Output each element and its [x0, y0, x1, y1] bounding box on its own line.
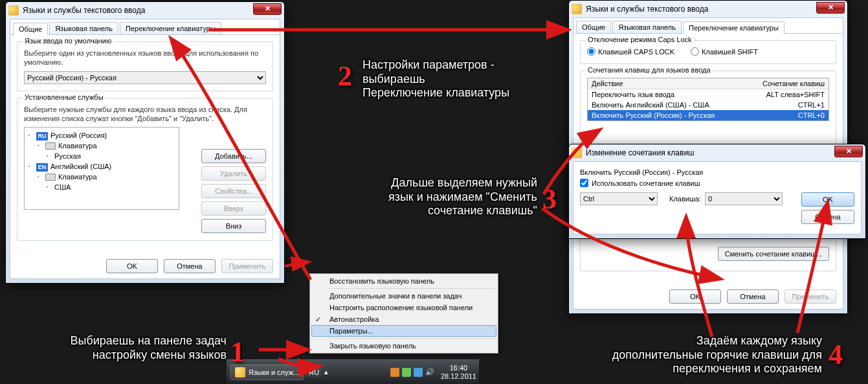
- tab-general[interactable]: Общие: [576, 21, 611, 33]
- ctx-auto[interactable]: ✓Автонастройка: [311, 313, 496, 325]
- tab-general[interactable]: Общие: [13, 23, 48, 35]
- tray-expand-icon[interactable]: ▴: [324, 368, 328, 376]
- ctx-restore[interactable]: Восстановить языковую панель: [311, 275, 496, 287]
- ok-button[interactable]: OK: [801, 192, 854, 207]
- remove-button[interactable]: Удалить: [201, 166, 266, 181]
- taskbar: Языки и служ... RU ▴ 🔊 16:40 28.12.2011: [227, 359, 479, 384]
- annotation-step1: Выбираешь на панеле задач настройку смен…: [13, 334, 227, 362]
- langbar-context-menu: Восстановить языковую панель Дополнитель…: [309, 273, 498, 354]
- step-number-2: 2: [338, 60, 352, 93]
- ok-button[interactable]: OK: [106, 259, 158, 273]
- change-titlebar[interactable]: Изменение сочетания клавиш ✕: [569, 144, 865, 161]
- services-group: Установленные службы Выберите нужные слу…: [17, 98, 273, 242]
- default-lang-legend: Язык ввода по умолчанию: [23, 37, 113, 45]
- close-icon[interactable]: ✕: [253, 3, 282, 15]
- services-help: Выберите нужные службы для каждого языка…: [24, 105, 266, 124]
- window-title: Изменение сочетания клавиш: [586, 148, 695, 157]
- check-icon: ✓: [315, 315, 321, 324]
- change-lang-label: Включить Русский (Россия) - Русская: [580, 168, 854, 176]
- window-title: Языки и службы текстового ввода: [586, 5, 708, 14]
- tree-ru-kb[interactable]: Клавиатура Русская: [36, 141, 176, 161]
- down-button[interactable]: Вниз: [201, 219, 266, 233]
- default-lang-select[interactable]: Русский (Россия) - Русская: [24, 71, 266, 84]
- tree-en-kb[interactable]: Клавиатура США: [36, 172, 176, 192]
- use-shortcut-checkbox[interactable]: Использовать сочетание клавиш: [580, 179, 854, 187]
- add-button[interactable]: Добавить...: [201, 149, 266, 163]
- default-lang-help: Выберите один из установленных языков вв…: [24, 49, 266, 67]
- col-action: Действие: [592, 80, 747, 87]
- hotkey-row[interactable]: Переключить язык ввода ALT слева+SHIFT: [588, 89, 829, 100]
- close-icon[interactable]: ✕: [834, 146, 863, 157]
- hotkeys-legend: Сочетания клавиш для языков ввода: [586, 66, 713, 74]
- left-titlebar[interactable]: Языки и службы текстового ввода ✕: [6, 2, 284, 19]
- apply-button[interactable]: Применить: [221, 259, 273, 273]
- ctx-layout[interactable]: Настроить расположение языковой панели: [311, 302, 496, 313]
- change-hotkey-dialog: Изменение сочетания клавиш ✕ Включить Ру…: [568, 144, 866, 239]
- change-shortcut-button[interactable]: Сменить сочетание клавиш...: [718, 247, 829, 261]
- key-label: Клавиша:: [669, 195, 701, 203]
- apply-button[interactable]: Применить: [785, 289, 836, 304]
- props-button[interactable]: Свойства...: [201, 184, 266, 198]
- tab-langbar[interactable]: Языковая панель: [49, 22, 118, 34]
- lang-tree[interactable]: RUРусский (Россия) Клавиатура Русская EN…: [24, 127, 179, 210]
- caps-radio-capslock[interactable]: Клавишей CAPS LOCK: [587, 47, 674, 56]
- tab-keyboard-switch[interactable]: Переключение клавиатуры: [120, 22, 221, 34]
- hotkey-row[interactable]: Включить Английский (США) - США CTRL+1: [588, 100, 829, 110]
- capslock-group: Отключение режима Caps Lock Клавишей CAP…: [580, 40, 836, 64]
- ok-button[interactable]: OK: [669, 289, 721, 304]
- app-icon: [572, 148, 582, 158]
- cancel-button[interactable]: Отмена: [801, 210, 854, 224]
- annotation-step4: Задаём каждому языку дополнительные горя…: [518, 334, 822, 376]
- keyboard-icon: [45, 174, 56, 181]
- key-select[interactable]: 0: [705, 192, 783, 205]
- cancel-button[interactable]: Отмена: [727, 289, 779, 304]
- close-icon[interactable]: ✕: [816, 2, 845, 14]
- tree-ru[interactable]: RUРусский (Россия) Клавиатура Русская: [27, 130, 176, 161]
- hotkey-list[interactable]: Действие Сочетание клавиш Переключить яз…: [587, 78, 829, 121]
- app-icon: [572, 4, 582, 14]
- tab-langbar[interactable]: Языковая панель: [612, 21, 682, 33]
- tree-en[interactable]: ENАнглийский (США) Клавиатура США: [27, 161, 176, 192]
- step-number-3: 3: [542, 183, 557, 216]
- col-shortcut: Сочетание клавиш: [747, 80, 825, 87]
- default-lang-group: Язык ввода по умолчанию Выберите один из…: [17, 41, 273, 91]
- up-button[interactable]: Вверх: [201, 201, 266, 216]
- services-legend: Установленные службы: [23, 93, 106, 101]
- annotation-step3: Дальше выделяем нужный язык и нажимаем "…: [350, 176, 537, 218]
- en-badge-icon: EN: [36, 163, 48, 172]
- ctx-params[interactable]: Параметры...: [311, 325, 496, 337]
- tray-icon[interactable]: [402, 368, 411, 377]
- tree-ru-layout[interactable]: Русская: [45, 151, 176, 161]
- ctx-close[interactable]: Закрыть языковую панель: [311, 340, 496, 352]
- tray-icon[interactable]: [414, 368, 423, 377]
- cancel-button[interactable]: Отмена: [164, 259, 216, 273]
- annotation-step2: Настройки параметров - выбираешь Переклю…: [362, 58, 509, 100]
- taskbar-clock[interactable]: 16:40 28.12.2011: [441, 364, 476, 379]
- right-titlebar[interactable]: Языки и службы текстового ввода ✕: [569, 1, 847, 17]
- step-number-1: 1: [230, 335, 245, 368]
- ctx-extra-icons[interactable]: Дополнительные значки в панели задач: [311, 290, 496, 302]
- hotkey-row-selected[interactable]: Включить Русский (Россия) - Русская CTRL…: [588, 110, 829, 120]
- step-number-4: 4: [829, 338, 843, 371]
- volume-icon[interactable]: 🔊: [425, 368, 434, 376]
- keyboard-icon: [45, 142, 56, 150]
- tab-keyboard-switch[interactable]: Переключение клавиатуры: [683, 21, 785, 34]
- tree-en-layout[interactable]: США: [45, 182, 176, 192]
- capslock-legend: Отключение режима Caps Lock: [586, 36, 694, 43]
- window-title: Языки и службы текстового ввода: [23, 6, 145, 15]
- lang-indicator[interactable]: RU: [306, 367, 322, 378]
- ru-badge-icon: RU: [36, 132, 48, 141]
- modifier-select[interactable]: Ctrl: [580, 192, 658, 205]
- left-dialog-window: Языки и службы текстового ввода ✕ Общие …: [5, 1, 285, 284]
- tray-icon[interactable]: [390, 368, 399, 377]
- caps-radio-shift[interactable]: Клавишей SHIFT: [691, 47, 758, 56]
- app-icon: [8, 5, 19, 16]
